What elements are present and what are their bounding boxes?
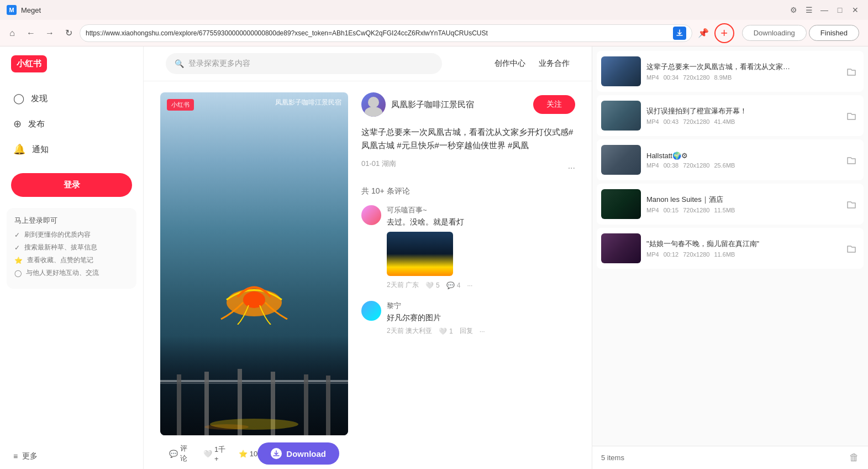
- download-item: 这辈子总要来一次凤凰古城，看看沈从文家乡开... MP4 00:34 720x1…: [597, 51, 864, 92]
- item-folder-button[interactable]: [844, 64, 859, 79]
- search-placeholder: 登录探索更多内容: [188, 59, 250, 69]
- comment-label: 评论: [180, 444, 192, 463]
- nav-business[interactable]: 业务合作: [539, 59, 570, 69]
- main-area: 小红书 ◯ 发现 ⊕ 发布 🔔 通知 登录 马上登录即可 ✓ 刷到更懂你的优质内…: [0, 46, 868, 469]
- post-more-button[interactable]: ···: [568, 163, 575, 173]
- nav-create[interactable]: 创作中心: [495, 59, 525, 69]
- url-bar[interactable]: https://www.xiaohongshu.com/explore/6775…: [80, 24, 692, 42]
- item-format: MP4: [646, 118, 659, 125]
- svg-rect-3: [160, 383, 348, 384]
- bubble-icon-1: 💬: [446, 282, 455, 289]
- xhs-logo: 小红书: [0, 46, 143, 81]
- follow-button[interactable]: 关注: [533, 95, 575, 114]
- more-icon-comment-2[interactable]: ···: [480, 327, 485, 335]
- item-info: "姑娘一句春不晚，痴儿留在真江南" MP4 00:12 720x1280 11.…: [646, 239, 838, 258]
- heart-icon-1: 🤍: [425, 282, 434, 289]
- login-prompt-item-3: ⭐ 查看收藏、点赞的笔记: [14, 256, 129, 265]
- publish-icon: ⊕: [13, 118, 22, 130]
- comment-replies-1: 💬 4: [446, 282, 461, 289]
- download-icon: [271, 448, 282, 459]
- comment-username-2: 黎宁: [387, 301, 575, 311]
- forward-button[interactable]: →: [42, 25, 57, 41]
- comment-likes-2: 🤍 1: [439, 327, 453, 335]
- comment-item-2: 黎宁 好凡尔赛的图片 2天前 澳大利亚 🤍 1 回复 ···: [361, 301, 575, 336]
- post-image-wrap: 小红书 凤凰影子咖啡江景民宿: [160, 92, 348, 469]
- comment-username-1: 可乐嗑百事~: [387, 205, 575, 215]
- delete-all-button[interactable]: 🗑: [849, 452, 859, 463]
- svg-rect-2: [160, 380, 348, 382]
- post-author-info: 凤凰影子咖啡江景民宿: [361, 92, 474, 117]
- comment-text-1: 去过。没啥。就是看灯: [387, 217, 575, 227]
- content-area: 🔍 登录探索更多内容 创作中心 业务合作 小红书 凤凰影子咖啡江景民宿: [144, 46, 592, 469]
- item-info: Hallstatt🌍⚙ MP4 00:38 720x1280 25.6MB: [646, 152, 838, 169]
- website-sidebar: 小红书 ◯ 发现 ⊕ 发布 🔔 通知 登录 马上登录即可 ✓ 刷到更懂你的优质内…: [0, 46, 144, 469]
- like-count: 1千+: [214, 445, 228, 463]
- back-button[interactable]: ←: [23, 25, 39, 41]
- refresh-button[interactable]: ↻: [61, 25, 76, 41]
- title-bar-left: M Meget: [7, 5, 41, 15]
- sidebar-item-notify[interactable]: 🔔 通知: [0, 137, 143, 162]
- post-img-author: 凤凰影子咖啡江景民宿: [275, 98, 341, 107]
- xhs-nav-links: 创作中心 业务合作: [495, 59, 570, 69]
- post-right: 凤凰影子咖啡江景民宿 关注 这辈子总要来一次凤凰古城，看看沈从文家乡开灯仪式感#…: [361, 92, 575, 469]
- item-resolution: 720x1280: [683, 251, 709, 258]
- comment-body-1: 可乐嗑百事~ 去过。没啥。就是看灯 2天前 广东 🤍 5: [387, 205, 575, 290]
- add-download-button[interactable]: +: [714, 23, 734, 43]
- panel-footer: 5 items 🗑: [592, 446, 868, 469]
- item-title: 这辈子总要来一次凤凰古城，看看沈从文家乡开...: [646, 62, 790, 72]
- download-item: "姑娘一句春不晚，痴儿留在真江南" MP4 00:12 720x1280 11.…: [597, 228, 864, 269]
- sidebar-item-more[interactable]: ≡ 更多: [0, 444, 143, 469]
- post-author-row: 凤凰影子咖啡江景民宿 关注: [361, 92, 575, 117]
- login-prompt-item-4: ◯ 与他人更好地互动、交流: [14, 268, 129, 278]
- settings-button[interactable]: ⚙: [787, 4, 799, 16]
- pin-icon[interactable]: 📌: [696, 25, 711, 41]
- comment-image-1: [387, 232, 453, 276]
- post-tag: 小红书: [167, 99, 194, 111]
- comment-time-1: 2天前 广东: [387, 280, 419, 290]
- post-bottom-bar: 💬 评论 🤍 1千+ ⭐ 10: [160, 435, 348, 469]
- close-button[interactable]: ✕: [849, 4, 861, 16]
- sidebar-item-discover[interactable]: ◯ 发现: [0, 86, 143, 111]
- xhs-header: 🔍 登录探索更多内容 创作中心 业务合作: [144, 46, 592, 81]
- star-action[interactable]: ⭐ 10: [239, 450, 257, 458]
- login-button[interactable]: 登录: [11, 173, 132, 197]
- menu-button[interactable]: ☰: [803, 4, 815, 16]
- item-resolution: 720x1280: [683, 74, 709, 81]
- item-folder-button[interactable]: [844, 108, 859, 123]
- comment-action[interactable]: 💬 评论: [169, 444, 192, 463]
- item-size: 41.4MB: [714, 118, 735, 125]
- download-button[interactable]: Download: [257, 442, 339, 465]
- more-icon-comment-1[interactable]: ···: [467, 282, 472, 289]
- svg-point-13: [365, 107, 382, 117]
- like-icon: 🤍: [203, 450, 212, 458]
- item-folder-button[interactable]: [844, 241, 859, 256]
- download-item: Hallstatt🌍⚙ MP4 00:38 720x1280 25.6MB: [597, 139, 864, 180]
- minimize-button[interactable]: —: [818, 4, 830, 16]
- item-folder-button[interactable]: [844, 196, 859, 212]
- notify-icon: 🔔: [13, 143, 25, 155]
- reply-button-2[interactable]: 回复: [460, 326, 473, 336]
- post-date: 01-01 湖南: [361, 159, 396, 169]
- item-folder-button[interactable]: [844, 152, 859, 168]
- download-item: Manon les Suites｜酒店 MP4 00:15 720x1280 1…: [597, 184, 864, 225]
- sidebar-item-publish[interactable]: ⊕ 发布: [0, 111, 143, 137]
- comment-item-1: 可乐嗑百事~ 去过。没啥。就是看灯 2天前 广东 🤍 5: [361, 205, 575, 290]
- home-button[interactable]: ⌂: [4, 25, 20, 41]
- post-container: 小红书 凤凰影子咖啡江景民宿: [144, 81, 592, 469]
- like-action[interactable]: 🤍 1千+: [203, 445, 228, 463]
- maximize-button[interactable]: □: [834, 4, 846, 16]
- item-meta: MP4 00:15 720x1280 11.5MB: [646, 207, 838, 213]
- tab-downloading[interactable]: Downloading: [742, 25, 807, 41]
- login-prompt-title: 马上登录即可: [14, 216, 129, 226]
- svg-rect-9: [326, 376, 330, 435]
- star-icon: ⭐: [239, 450, 248, 458]
- item-format: MP4: [646, 251, 659, 258]
- download-page-icon[interactable]: [673, 27, 686, 40]
- login-prompt: 马上登录即可 ✓ 刷到更懂你的优质内容 ✓ 搜索最新种草、拔草信息 ⭐ 查看收藏…: [7, 208, 136, 289]
- sidebar-more-label: 更多: [22, 451, 38, 461]
- search-bar[interactable]: 🔍 登录探索更多内容: [166, 53, 442, 74]
- item-info: 这辈子总要来一次凤凰古城，看看沈从文家乡开... MP4 00:34 720x1…: [646, 62, 838, 81]
- post-actions: 💬 评论 🤍 1千+ ⭐ 10: [169, 444, 257, 463]
- tab-finished[interactable]: Finished: [809, 25, 859, 41]
- item-thumbnail: [601, 233, 641, 263]
